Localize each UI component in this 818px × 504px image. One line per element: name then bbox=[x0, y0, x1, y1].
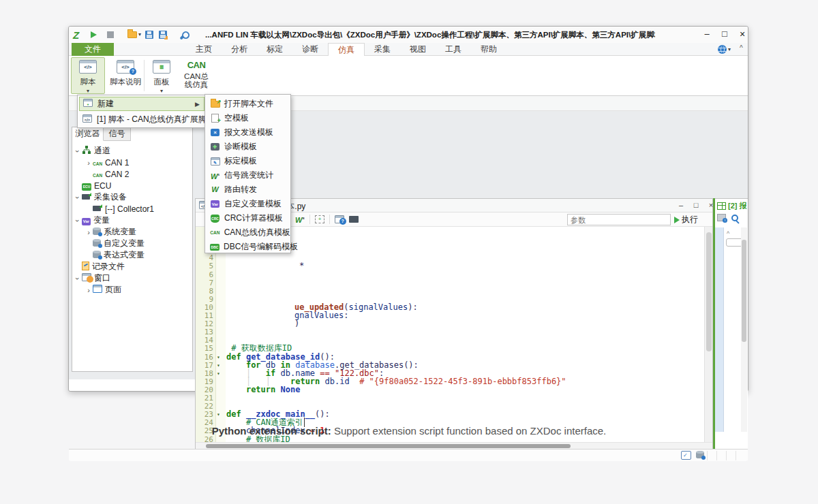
save-icon[interactable] bbox=[145, 29, 153, 41]
app-logo-icon: Z bbox=[73, 29, 79, 41]
ribbon-button-脚本[interactable]: </>脚本▾ bbox=[71, 57, 105, 94]
clipped-right-window: [2] 报 i ^ bbox=[715, 198, 748, 449]
monitor-icon[interactable] bbox=[349, 216, 359, 223]
signal-wave-icon[interactable]: Ws bbox=[295, 215, 305, 224]
workspace: 浏览器信号 ›通道›CANCAN 1CANCAN 2ECUECU›采集设备[--… bbox=[69, 96, 748, 379]
ribbon-tab-视图[interactable]: 视图 bbox=[400, 43, 436, 56]
menu-item-[1] 脚本 - CAN总线仿真扩展脚本.py[interactable]: </>[1] 脚本 - CAN总线仿真扩展脚本.py bbox=[79, 112, 204, 127]
ribbon-tab-仿真[interactable]: 仿真 bbox=[328, 43, 365, 56]
submenu-item-报文发送模板[interactable]: ×报文发送模板 bbox=[207, 125, 290, 140]
line-number: 22 bbox=[196, 402, 213, 411]
editor-horizontal-scrollbar[interactable] bbox=[196, 442, 712, 449]
fold-marker-icon[interactable]: ▾ bbox=[217, 362, 220, 368]
tree-item-变量[interactable]: ›Var变量 bbox=[74, 215, 190, 226]
ribbon-tab-主页[interactable]: 主页 bbox=[186, 43, 222, 56]
expander-icon[interactable]: › bbox=[74, 193, 82, 202]
run-script-button[interactable]: 执行 bbox=[674, 214, 711, 225]
code-editor[interactable]: 12345*678910ue_updated(signalValues):11g… bbox=[196, 227, 704, 442]
submenu-item-信号跳变统计[interactable]: Ws信号跳变统计 bbox=[207, 168, 290, 183]
new-template-icon: + bbox=[83, 99, 93, 109]
minimize-button[interactable]: – bbox=[699, 27, 715, 42]
ribbon-tab-采集[interactable]: 采集 bbox=[365, 43, 400, 56]
submenu-item-标定模板[interactable]: ✎标定模板 bbox=[207, 154, 290, 168]
browser-panel: 浏览器信号 ›通道›CANCAN 1CANCAN 2ECUECU›采集设备[--… bbox=[72, 127, 193, 372]
editor-maximize-button[interactable]: □ bbox=[689, 200, 703, 211]
submenu-item-CAN总线仿真模板[interactable]: CANCAN总线仿真模板 bbox=[207, 225, 290, 240]
tree-item-采集设备[interactable]: ›采集设备 bbox=[74, 191, 190, 203]
fold-marker-icon[interactable]: ▾ bbox=[217, 411, 220, 418]
tree-item-记录文件[interactable]: 记录文件 bbox=[74, 261, 190, 272]
tree-item-[--] Collector1[interactable]: [--] Collector1 bbox=[74, 203, 190, 215]
tree-item-页面[interactable]: ›页面 bbox=[74, 284, 190, 296]
ribbon-tab-诊断[interactable]: 诊断 bbox=[292, 43, 328, 56]
panel-tab-信号[interactable]: 信号 bbox=[104, 127, 131, 141]
submenu-item-诊断模板[interactable]: ✚诊断模板 bbox=[207, 140, 290, 154]
submenu-item-打开脚本文件[interactable]: ↗打开脚本文件 bbox=[207, 97, 290, 111]
ribbon-tab-工具[interactable]: 工具 bbox=[436, 43, 471, 56]
menu-item-新建[interactable]: +新建▶ bbox=[79, 97, 204, 111]
ribbon-separator bbox=[144, 60, 145, 91]
import-tray-icon[interactable]: + bbox=[315, 215, 324, 223]
ribbon-button-面板[interactable]: ≣面板▾ bbox=[147, 57, 177, 94]
submenu-item-空模板[interactable]: +空模板 bbox=[207, 111, 290, 125]
ribbon-button-脚本说明[interactable]: </>?脚本说明 bbox=[107, 57, 144, 94]
custom-variable-icon: Var bbox=[210, 200, 220, 208]
param-input[interactable] bbox=[567, 214, 671, 225]
chevron-up-icon[interactable]: ^ bbox=[740, 44, 743, 52]
window-icon bbox=[82, 273, 91, 283]
table-window-icon bbox=[717, 202, 726, 210]
tree-item-通道[interactable]: ›通道 bbox=[74, 145, 190, 157]
search-icon[interactable] bbox=[731, 215, 738, 221]
submenu-item-自定义变量模板[interactable]: Var自定义变量模板 bbox=[207, 197, 290, 211]
script-help-icon: </>? bbox=[117, 60, 134, 76]
log-clipboard-icon[interactable]: ✓ bbox=[681, 451, 691, 460]
script-window-icon: </> bbox=[79, 60, 97, 76]
editor-minimize-button[interactable]: – bbox=[674, 200, 688, 211]
ribbon-tab-帮助[interactable]: 帮助 bbox=[471, 43, 506, 56]
expander-icon[interactable]: › bbox=[85, 159, 93, 167]
caption: Python extension script: Support extensi… bbox=[0, 425, 818, 437]
tree-item-CAN 2[interactable]: CANCAN 2 bbox=[74, 168, 190, 180]
database-gear-icon bbox=[93, 227, 101, 237]
stop-icon[interactable] bbox=[107, 29, 114, 41]
save-all-icon[interactable] bbox=[159, 29, 167, 41]
expander-icon[interactable]: › bbox=[85, 228, 93, 236]
tree-item-自定义变量[interactable]: 自定义变量 bbox=[74, 238, 190, 249]
window-help-icon[interactable]: ? bbox=[335, 215, 344, 223]
panel-tab-浏览器[interactable]: 浏览器 bbox=[72, 127, 104, 141]
variable-database-icon[interactable] bbox=[696, 451, 704, 460]
fold-marker-icon[interactable]: ▾ bbox=[217, 354, 220, 360]
expander-icon[interactable]: › bbox=[85, 286, 93, 294]
tree-item-CAN 1[interactable]: ›CANCAN 1 bbox=[74, 157, 190, 168]
right-panel-scrollbar[interactable] bbox=[741, 227, 747, 432]
sort-caret[interactable]: ^ bbox=[727, 230, 729, 237]
line-number: 6 bbox=[196, 270, 213, 279]
expander-icon[interactable]: › bbox=[74, 274, 82, 283]
expander-icon[interactable]: › bbox=[74, 147, 82, 155]
file-tab[interactable]: 文件 bbox=[72, 43, 114, 56]
close-button[interactable]: × bbox=[734, 27, 751, 42]
picture-info-icon[interactable]: i bbox=[717, 214, 726, 221]
line-number: 8 bbox=[196, 287, 213, 296]
ribbon-tab-分析[interactable]: 分析 bbox=[222, 43, 257, 56]
fold-marker-icon[interactable]: ▾ bbox=[217, 371, 220, 377]
open-folder-icon[interactable]: ▾ bbox=[127, 29, 141, 41]
run-icon[interactable] bbox=[91, 29, 97, 41]
code-line-11: gnalValues: bbox=[294, 311, 348, 319]
editor-vertical-scrollbar[interactable] bbox=[704, 227, 712, 442]
wrench-icon[interactable] bbox=[179, 29, 187, 41]
submenu-item-DBC信号编解码模板[interactable]: DBCDBC信号编解码模板 bbox=[207, 240, 290, 254]
tree-item-系统变量[interactable]: ›系统变量 bbox=[74, 226, 190, 238]
tree-item-ECU[interactable]: ECUECU bbox=[74, 180, 190, 191]
submenu-item-路由转发[interactable]: W路由转发 bbox=[207, 183, 290, 197]
ribbon-tab-row: 文件 主页分析标定诊断仿真采集视图工具帮助 ▾ ^ bbox=[69, 43, 748, 56]
expander-icon[interactable]: › bbox=[74, 217, 82, 225]
route-forward-icon: W bbox=[210, 186, 220, 193]
submenu-item-CRC计算器模板[interactable]: CRCCRC计算器模板 bbox=[207, 211, 290, 225]
tree-item-窗口[interactable]: ›窗口 bbox=[74, 272, 190, 284]
ribbon-tab-标定[interactable]: 标定 bbox=[257, 43, 292, 56]
maximize-button[interactable]: □ bbox=[716, 27, 733, 42]
ribbon-button-CAN总线仿真[interactable]: CANCAN总线仿真 bbox=[178, 57, 215, 94]
tree-item-表达式变量[interactable]: 表达式变量 bbox=[74, 249, 190, 261]
globe-icon[interactable]: ▾ bbox=[718, 45, 731, 54]
